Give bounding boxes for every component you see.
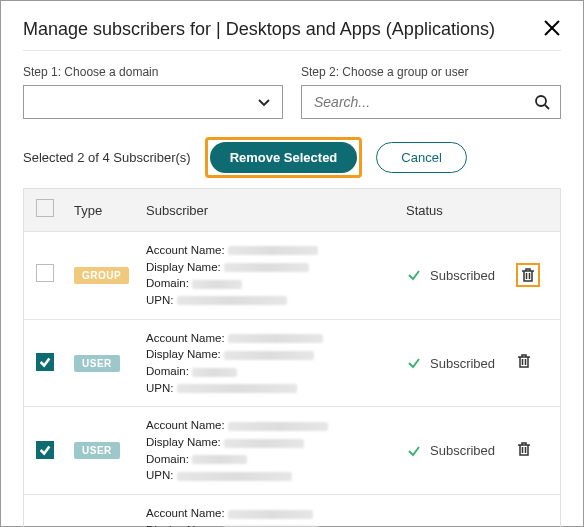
status-label: Subscribed: [430, 443, 495, 458]
dialog-title: Manage subscribers for | Desktops and Ap…: [23, 19, 495, 40]
select-all-checkbox[interactable]: [36, 199, 54, 217]
chevron-down-icon: [256, 94, 272, 110]
table-row: GROUPAccount Name: Display Name: Domain:…: [24, 232, 560, 320]
status-cell: Subscribed: [406, 355, 516, 371]
svg-point-2: [536, 96, 546, 106]
subscriber-details: Account Name: Display Name: Domain: UPN:: [146, 505, 406, 527]
type-badge: USER: [74, 442, 120, 459]
trash-icon: [516, 353, 532, 369]
subscribers-table: Type Subscriber Status GROUPAccount Name…: [23, 188, 561, 527]
delete-row-button[interactable]: [516, 263, 540, 287]
search-input[interactable]: [312, 93, 534, 111]
dialog-header: Manage subscribers for | Desktops and Ap…: [23, 19, 561, 51]
status-cell: Subscribed: [406, 267, 516, 283]
check-icon: [406, 355, 422, 371]
delete-row-button[interactable]: [516, 353, 532, 369]
status-label: Subscribed: [430, 356, 495, 371]
remove-selected-highlight: Remove Selected: [205, 137, 363, 178]
cancel-button[interactable]: Cancel: [376, 142, 466, 173]
action-row: Selected 2 of 4 Subscriber(s) Remove Sel…: [23, 137, 561, 178]
subscriber-details: Account Name: Display Name: Domain: UPN:: [146, 417, 406, 484]
step-domain-label: Step 1: Choose a domain: [23, 65, 283, 79]
step-search-label: Step 2: Choose a group or user: [301, 65, 561, 79]
close-icon: [543, 19, 561, 37]
type-badge: USER: [74, 355, 120, 372]
table-body: GROUPAccount Name: Display Name: Domain:…: [24, 232, 560, 527]
remove-selected-button[interactable]: Remove Selected: [210, 142, 358, 173]
col-status-header: Status: [406, 203, 516, 218]
trash-icon: [516, 441, 532, 457]
subscriber-details: Account Name: Display Name: Domain: UPN:: [146, 330, 406, 397]
domain-select[interactable]: [23, 85, 283, 119]
table-header: Type Subscriber Status: [24, 189, 560, 232]
status-cell: Subscribed: [406, 443, 516, 459]
search-icon: [534, 94, 550, 110]
table-row: USERAccount Name: Display Name: Domain: …: [24, 320, 560, 408]
search-wrap: [301, 85, 561, 119]
steps-row: Step 1: Choose a domain Step 2: Choose a…: [23, 65, 561, 119]
row-checkbox[interactable]: [36, 264, 54, 282]
check-icon: [406, 443, 422, 459]
row-checkbox[interactable]: [36, 441, 54, 459]
check-icon: [406, 267, 422, 283]
step-domain: Step 1: Choose a domain: [23, 65, 283, 119]
step-search: Step 2: Choose a group or user: [301, 65, 561, 119]
row-checkbox[interactable]: [36, 353, 54, 371]
svg-line-3: [545, 105, 549, 109]
manage-subscribers-dialog: Manage subscribers for | Desktops and Ap…: [0, 0, 584, 527]
trash-icon: [520, 267, 536, 283]
status-label: Subscribed: [430, 268, 495, 283]
selected-count-text: Selected 2 of 4 Subscriber(s): [23, 150, 191, 165]
type-badge: GROUP: [74, 267, 129, 284]
col-type-header: Type: [74, 203, 146, 218]
delete-row-button[interactable]: [516, 441, 532, 457]
close-button[interactable]: [543, 19, 561, 37]
subscriber-details: Account Name: Display Name: Domain: UPN:: [146, 242, 406, 309]
table-row: USERAccount Name: Display Name: Domain: …: [24, 407, 560, 495]
col-subscriber-header: Subscriber: [146, 203, 406, 218]
table-row: USERAccount Name: Display Name: Domain: …: [24, 495, 560, 527]
